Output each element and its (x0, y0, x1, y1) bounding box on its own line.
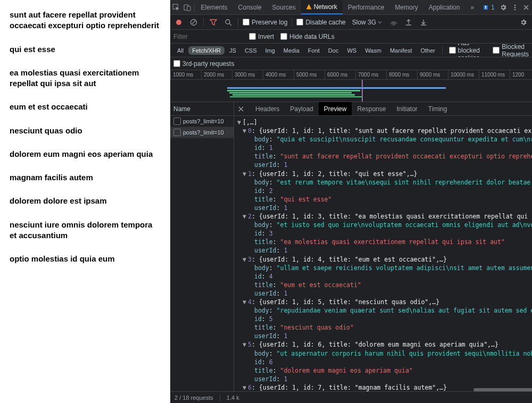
devtools-tab-console[interactable]: Console (233, 0, 267, 14)
separator (220, 394, 220, 401)
detail-tabs: HeadersPayloadPreviewResponseInitiatorTi… (234, 102, 532, 116)
timeline-overview[interactable]: 1000 ms2000 ms3000 ms4000 ms5000 ms6000 … (170, 70, 532, 102)
preview-line: id: 1 (234, 144, 532, 152)
type-filter-manifest[interactable]: Manifest (386, 46, 416, 55)
tab-label: Memory (395, 4, 418, 11)
ruler-tick: 3000 ms (232, 70, 263, 79)
filter-toggle-icon[interactable] (208, 17, 219, 28)
separator (194, 3, 195, 12)
separator (238, 18, 238, 27)
detail-tab-timing[interactable]: Timing (423, 102, 453, 115)
svg-point-11 (226, 20, 230, 24)
type-filter-wasm[interactable]: Wasm (361, 46, 385, 55)
inspect-icon[interactable] (170, 0, 181, 15)
preview-line: ▼2: {userId: 1, id: 3, title: "ea molest… (234, 212, 532, 221)
has-blocked-cookies-checkbox[interactable]: Has blocked cookies (449, 44, 489, 57)
more-tabs[interactable]: » (465, 0, 479, 14)
preview-line: userId: 1 (234, 289, 532, 298)
svg-point-8 (514, 9, 516, 10)
devtools-tab-performance[interactable]: Performance (343, 0, 390, 14)
type-filter-font[interactable]: Font (304, 46, 323, 55)
hide-data-urls-checkbox[interactable]: Hide data URLs (280, 33, 335, 40)
type-filter-doc[interactable]: Doc (325, 46, 343, 55)
post-title: dolorem dolore est ipsam (10, 196, 161, 206)
devtools-tab-sources[interactable]: Sources (267, 0, 301, 14)
devtools-tab-application[interactable]: Application (423, 0, 466, 14)
timeline-body (170, 80, 532, 102)
tab-label: Network (314, 3, 337, 11)
third-party-checkbox[interactable]: 3rd-party requests (173, 60, 234, 68)
device-toggle-icon[interactable] (181, 0, 193, 15)
timeline-bar (229, 92, 352, 94)
kebab-icon[interactable] (509, 0, 520, 15)
preview-line: body: "est rerum tempore vitae\nsequi si… (234, 178, 532, 187)
devtools-tab-elements[interactable]: Elements (196, 0, 233, 14)
devtools-tab-memory[interactable]: Memory (389, 0, 423, 14)
issues-button[interactable]: 1 (479, 4, 498, 11)
preview-line: userId: 1 (234, 161, 532, 169)
network-settings-icon[interactable] (518, 17, 529, 28)
record-button[interactable] (173, 17, 184, 28)
detail-tab-payload[interactable]: Payload (285, 102, 318, 115)
detail-tab-preview[interactable]: Preview (319, 102, 352, 115)
status-bar: 2 / 18 requests 1.4 k (170, 391, 532, 403)
preserve-log-checkbox[interactable]: Preserve log (243, 19, 287, 26)
post-title: dolorem eum magni eos aperiam quia (10, 149, 161, 159)
detail-tab-response[interactable]: Response (352, 102, 391, 115)
domcontent-marker (362, 80, 363, 102)
post-title: eum et est occaecati (10, 102, 161, 112)
devtools-tabbar: ElementsConsoleSourcesNetworkPerformance… (170, 0, 532, 15)
post-title: qui est esse (10, 44, 161, 55)
disable-cache-checkbox[interactable]: Disable cache (296, 19, 345, 26)
separator (203, 18, 204, 27)
detail-tab-initiator[interactable]: Initiator (391, 102, 422, 115)
search-icon[interactable] (223, 17, 234, 28)
devtools-tab-network[interactable]: Network (301, 0, 343, 14)
timeline-bar (232, 94, 355, 96)
close-detail-icon[interactable] (234, 102, 248, 116)
detail-tab-headers[interactable]: Headers (250, 102, 285, 115)
preview-line: ▼0: {userId: 1, id: 1, title: "sunt aut … (234, 127, 532, 135)
type-filter-media[interactable]: Media (280, 46, 303, 55)
request-row[interactable]: posts?_limit=10 (170, 116, 234, 127)
type-filter-all[interactable]: All (173, 46, 187, 55)
type-filter-fetch-xhr[interactable]: Fetch/XHR (188, 46, 225, 55)
close-devtools-icon[interactable] (521, 0, 532, 15)
import-har-icon[interactable] (403, 17, 414, 28)
ruler-tick: 10000 ms (448, 70, 479, 79)
network-conditions-icon[interactable] (388, 17, 399, 28)
preview-line: title: "ea molestias quasi exercitatione… (234, 238, 532, 246)
svg-point-12 (393, 24, 394, 26)
filter-input[interactable] (173, 33, 243, 40)
post-title: nesciunt quas odio (10, 125, 161, 136)
export-har-icon[interactable] (418, 17, 429, 28)
preview-line: ▼1: {userId: 1, id: 2, title: "qui est e… (234, 170, 532, 178)
preview-line: ▼5: {userId: 1, id: 6, title: "dolorem e… (234, 340, 532, 349)
svg-rect-4 (485, 6, 486, 8)
settings-icon[interactable] (498, 0, 509, 15)
request-type-filter: AllFetch/XHRJSCSSImgMediaFontDocWSWasmMa… (170, 44, 532, 57)
timeline-bar (230, 96, 363, 97)
invert-checkbox[interactable]: Invert (249, 33, 274, 40)
horizontal-scrollbar[interactable] (473, 388, 532, 391)
svg-rect-2 (187, 6, 190, 11)
type-filter-img[interactable]: Img (262, 46, 279, 55)
blocked-requests-checkbox[interactable]: Blocked Requests (493, 44, 529, 57)
type-filter-ws[interactable]: WS (343, 46, 360, 55)
preview-line: userId: 1 (234, 204, 532, 212)
preview-line: ▼3: {userId: 1, id: 4, title: "eum et es… (234, 255, 532, 264)
name-column-header[interactable]: Name (170, 102, 234, 116)
third-party-row: 3rd-party requests (170, 57, 532, 70)
response-preview[interactable]: ▼[,…]▼0: {userId: 1, id: 1, title: "sunt… (234, 116, 532, 391)
request-row[interactable]: posts?_limit=10 (170, 127, 234, 138)
clear-button[interactable] (188, 17, 199, 28)
svg-rect-5 (485, 9, 486, 9)
type-filter-other[interactable]: Other (417, 46, 439, 55)
tab-label: Performance (348, 4, 385, 11)
ruler-tick: 8000 ms (386, 70, 417, 79)
preview-line: userId: 1 (234, 246, 532, 255)
post-title: optio molestias id quia eum (10, 254, 161, 264)
type-filter-js[interactable]: JS (226, 46, 240, 55)
type-filter-css[interactable]: CSS (241, 46, 261, 55)
throttling-select[interactable]: Slow 3G (350, 19, 384, 26)
